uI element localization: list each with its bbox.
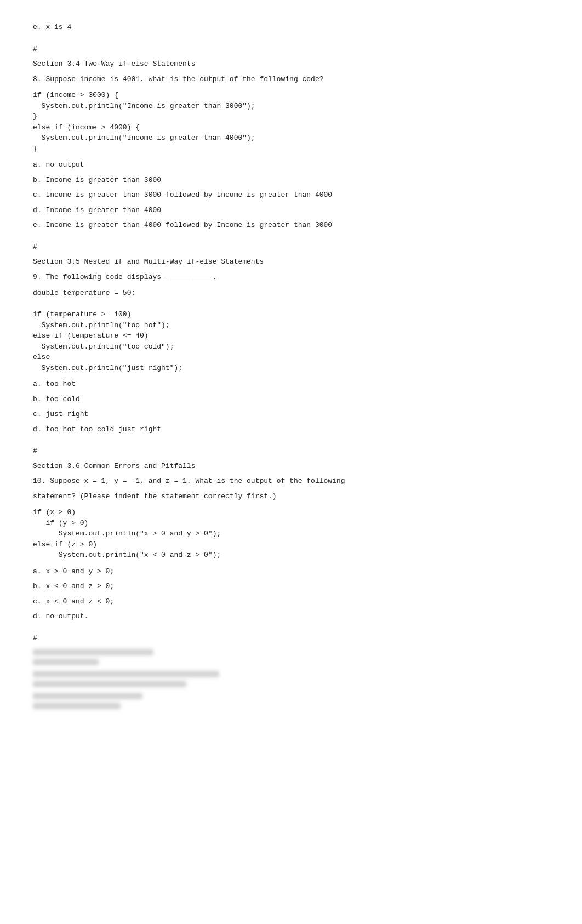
section10-option-b: b. x < 0 and z > 0; [33, 581, 549, 592]
section10-options: a. x > 0 and y > 0; b. x < 0 and z > 0; … [33, 566, 549, 622]
section9-option-d: d. too hot too cold just right [33, 424, 549, 435]
section8-label: Section 3.4 Two-Way if-else Statements [33, 59, 549, 70]
section8-option-a: a. no output [33, 159, 549, 170]
section8-block: # Section 3.4 Two-Way if-else Statements… [33, 44, 549, 231]
section8-option-b: b. Income is greater than 3000 [33, 175, 549, 186]
section9-option-b: b. too cold [33, 394, 549, 405]
section8-options: a. no output b. Income is greater than 3… [33, 159, 549, 231]
section10-question2: statement? (Please indent the statement … [33, 491, 549, 502]
prev-answer: e. x is 4 [33, 22, 549, 33]
section8-question: 8. Suppose income is 4001, what is the o… [33, 74, 549, 85]
blurred-line-2 [33, 659, 99, 665]
section8-code: if (income > 3000) { System.out.println(… [33, 90, 549, 154]
section10-code: if (x > 0) if (y > 0) System.out.println… [33, 507, 549, 561]
blurred-line-4 [33, 681, 186, 687]
section8-option-c: c. Income is greater than 3000 followed … [33, 190, 549, 201]
section10-question: 10. Suppose x = 1, y = -1, and z = 1. Wh… [33, 476, 549, 487]
blurred-line-3 [33, 671, 219, 677]
section10-option-d: d. no output. [33, 611, 549, 622]
section9-option-a: a. too hot [33, 379, 549, 390]
section11-divider: # [33, 633, 549, 644]
section9-divider: # [33, 242, 549, 253]
page-content: e. x is 4 # Section 3.4 Two-Way if-else … [33, 22, 549, 709]
section9-options: a. too hot b. too cold c. just right d. … [33, 379, 549, 435]
section8-option-d: d. Income is greater than 4000 [33, 205, 549, 216]
blurred-line-1 [33, 649, 153, 655]
section10-block: # Section 3.6 Common Errors and Pitfalls… [33, 446, 549, 622]
section9-block: # Section 3.5 Nested if and Multi-Way if… [33, 242, 549, 435]
section10-label: Section 3.6 Common Errors and Pitfalls [33, 461, 549, 472]
section11-hash: # [33, 633, 549, 644]
section8-option-e: e. Income is greater than 4000 followed … [33, 220, 549, 231]
blurred-section [33, 649, 549, 709]
blurred-line-6 [33, 703, 121, 709]
section9-option-c: c. just right [33, 409, 549, 420]
blurred-line-5 [33, 693, 142, 699]
section9-code: double temperature = 50; if (temperature… [33, 288, 549, 373]
section10-divider: # [33, 446, 549, 457]
section10-option-c: c. x < 0 and z < 0; [33, 596, 549, 607]
section10-option-a: a. x > 0 and y > 0; [33, 566, 549, 577]
section9-question: 9. The following code displays _________… [33, 272, 549, 283]
section8-divider: # [33, 44, 549, 55]
section9-label: Section 3.5 Nested if and Multi-Way if-e… [33, 256, 549, 267]
